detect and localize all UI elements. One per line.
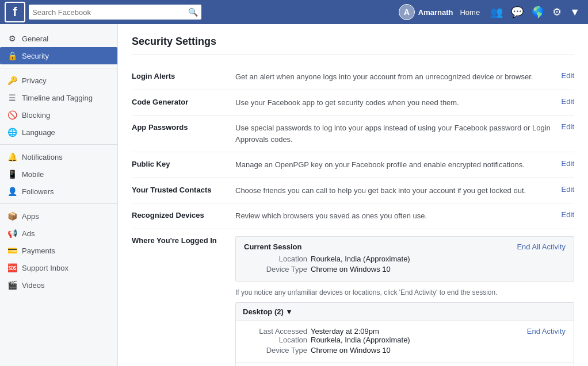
- session-location: Location Rourkela, India (Approximate): [244, 255, 566, 263]
- avatar: A: [399, 4, 415, 20]
- sidebar-item-label: Payments: [22, 246, 55, 255]
- location-key-1: Location: [244, 336, 307, 344]
- desktop-header[interactable]: Desktop (2) ▾: [236, 303, 574, 321]
- code-generator-desc: Use your Facebook app to get security co…: [235, 97, 551, 109]
- privacy-icon: 🔑: [7, 75, 17, 86]
- security-icon: 🔒: [7, 51, 17, 61]
- settings-row-trusted-contacts: Your Trusted Contacts Choose friends you…: [132, 178, 574, 204]
- sidebar-divider-3: [0, 203, 117, 204]
- main-content: Security Settings Login Alerts Get an al…: [118, 24, 588, 366]
- sidebar-item-mobile[interactable]: 📱 Mobile: [0, 165, 117, 183]
- notifications-icon: 🔔: [7, 152, 17, 162]
- home-button[interactable]: Home: [457, 8, 482, 17]
- sidebar-item-language[interactable]: 🌐 Language: [0, 124, 117, 141]
- sidebar-item-label: General: [22, 34, 48, 43]
- chat-icon[interactable]: 💬: [507, 5, 527, 20]
- settings-row-public-key: Public Key Manage an OpenPGP key on your…: [132, 152, 574, 178]
- sidebar-item-label: Support Inbox: [22, 264, 68, 272]
- nav-icons: 👥 💬 🌎 ⚙ ▼: [487, 5, 583, 20]
- login-alerts-desc: Get an alert when anyone logs into your …: [235, 71, 551, 83]
- top-navigation: f 🔍 A Amarnath Home 👥 💬 🌎 ⚙ ▼: [0, 0, 588, 24]
- settings-row-recognized-devices: Recognized Devices Review which browsers…: [132, 203, 574, 229]
- app-passwords-edit[interactable]: Edit: [551, 122, 574, 131]
- search-bar[interactable]: 🔍: [29, 5, 201, 20]
- sidebar-item-videos[interactable]: 🎬 Videos: [0, 276, 117, 294]
- desktop-dropdown-icon: ▾: [287, 307, 291, 316]
- blocking-icon: 🚫: [7, 110, 17, 120]
- desktop-row-1-location: Location Rourkela, India (Approximate): [244, 336, 566, 344]
- current-session-box: Current Session End All Activity Locatio…: [235, 236, 574, 282]
- username-label: Amarnath: [418, 8, 453, 17]
- public-key-edit[interactable]: Edit: [551, 159, 574, 168]
- code-generator-edit[interactable]: Edit: [551, 97, 574, 106]
- settings-row-app-passwords: App Passwords Use special passwords to l…: [132, 115, 574, 152]
- friends-icon[interactable]: 👥: [487, 5, 506, 20]
- current-session-top: Current Session End All Activity: [244, 242, 566, 251]
- nav-right: A Amarnath Home 👥 💬 🌎 ⚙ ▼: [399, 4, 583, 20]
- sidebar-item-privacy[interactable]: 🔑 Privacy: [0, 72, 117, 89]
- sidebar-item-payments[interactable]: 💳 Payments: [0, 242, 117, 259]
- payments-icon: 💳: [7, 245, 17, 256]
- sidebar-item-notifications[interactable]: 🔔 Notifications: [0, 148, 117, 165]
- logged-in-section: Where You're Logged In Current Session E…: [132, 229, 574, 367]
- sidebar-item-apps[interactable]: 📦 Apps: [0, 207, 117, 225]
- sidebar-item-support-inbox[interactable]: 🆘 Support Inbox: [0, 259, 117, 276]
- sidebar-item-general[interactable]: ⚙ General: [0, 30, 117, 47]
- apps-icon: 📦: [7, 211, 17, 221]
- settings-row-code-generator: Code Generator Use your Facebook app to …: [132, 90, 574, 116]
- trusted-contacts-label: Your Trusted Contacts: [132, 185, 235, 194]
- recognized-devices-edit[interactable]: Edit: [551, 210, 574, 219]
- app-passwords-label: App Passwords: [132, 122, 235, 132]
- sidebar-item-label: Privacy: [22, 76, 47, 85]
- device-type-key: Device Type: [244, 265, 307, 273]
- sidebar-item-ads[interactable]: 📢 Ads: [0, 225, 117, 242]
- sidebar-item-security[interactable]: 🔒 Security: [0, 47, 117, 64]
- support-inbox-icon: 🆘: [7, 263, 17, 273]
- desktop-row-1: Last Accessed Yesterday at 2:09pm End Ac…: [236, 321, 574, 363]
- device-type-val-1: Chrome on Windows 10: [311, 346, 391, 355]
- sidebar-item-followers[interactable]: 👤 Followers: [0, 183, 117, 200]
- sidebar-item-label: Timeline and Tagging: [22, 94, 93, 102]
- recognized-devices-label: Recognized Devices: [132, 210, 235, 219]
- followers-icon: 👤: [7, 186, 17, 197]
- end-activity-button-1[interactable]: End Activity: [527, 327, 566, 336]
- logged-in-header: Where You're Logged In Current Session E…: [132, 229, 574, 367]
- location-value: Rourkela, India (Approximate): [311, 255, 410, 263]
- search-input[interactable]: [32, 8, 188, 17]
- page-title: Security Settings: [132, 36, 574, 55]
- sidebar-item-blocking[interactable]: 🚫 Blocking: [0, 106, 117, 124]
- end-all-activity-button[interactable]: End All Activity: [517, 242, 566, 251]
- session-device-type: Device Type Chrome on Windows 10: [244, 265, 566, 273]
- dropdown-icon[interactable]: ▼: [566, 5, 583, 20]
- public-key-label: Public Key: [132, 159, 235, 168]
- notice-text: If you notice any unfamiliar devices or …: [235, 287, 574, 298]
- desktop-sessions-box: Desktop (2) ▾ Last Accessed Yesterday at…: [235, 302, 574, 367]
- trusted-contacts-edit[interactable]: Edit: [551, 185, 574, 194]
- nav-user: A Amarnath: [399, 4, 453, 20]
- sidebar-divider-2: [0, 144, 117, 145]
- language-icon: 🌐: [7, 127, 17, 137]
- general-icon: ⚙: [7, 33, 17, 44]
- trusted-contacts-desc: Choose friends you can call to help you …: [235, 185, 551, 197]
- ads-icon: 📢: [7, 228, 17, 238]
- sidebar-item-label: Security: [22, 52, 49, 60]
- settings-icon[interactable]: ⚙: [549, 5, 565, 20]
- timeline-icon: ☰: [7, 93, 17, 103]
- main-layout: ⚙ General 🔒 Security 🔑 Privacy ☰ Timelin…: [0, 24, 588, 366]
- last-accessed-val-1: Yesterday at 2:09pm: [311, 327, 379, 336]
- sidebar-item-label: Videos: [22, 281, 45, 290]
- public-key-desc: Manage an OpenPGP key on your Facebook p…: [235, 159, 551, 171]
- settings-row-login-alerts: Login Alerts Get an alert when anyone lo…: [132, 64, 574, 90]
- desktop-row-1-accessed: Last Accessed Yesterday at 2:09pm: [244, 327, 379, 336]
- sidebar: ⚙ General 🔒 Security 🔑 Privacy ☰ Timelin…: [0, 24, 118, 366]
- globe-icon[interactable]: 🌎: [528, 5, 548, 20]
- device-type-value: Chrome on Windows 10: [311, 265, 391, 273]
- desktop-header-label: Desktop (2): [243, 307, 284, 316]
- mobile-icon: 📱: [7, 169, 17, 179]
- sidebar-item-timeline[interactable]: ☰ Timeline and Tagging: [0, 89, 117, 106]
- desktop-row-1-top: Last Accessed Yesterday at 2:09pm End Ac…: [244, 327, 566, 336]
- login-alerts-edit[interactable]: Edit: [551, 71, 574, 80]
- app-passwords-desc: Use special passwords to log into your a…: [235, 122, 551, 145]
- facebook-logo: f: [5, 2, 25, 22]
- desktop-row-2: Last Accessed Yesterday at 2:04pm End Ac…: [236, 363, 574, 367]
